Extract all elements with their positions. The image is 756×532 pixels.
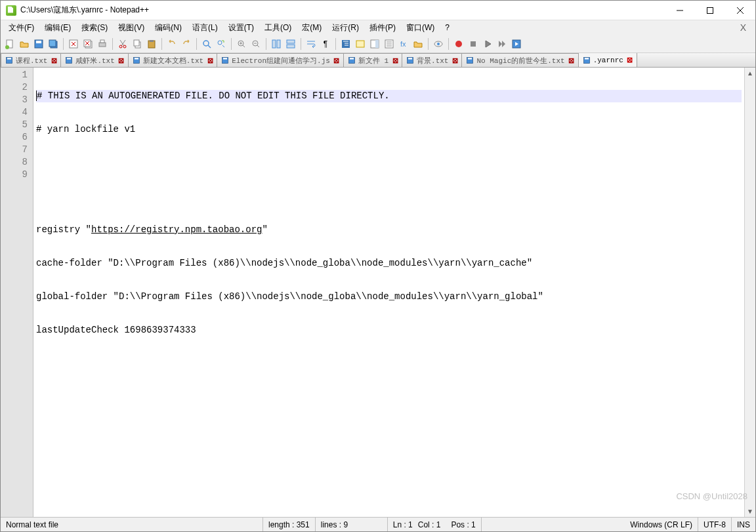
play-macro-button[interactable]	[481, 37, 494, 51]
menu-language[interactable]: 语言(L)	[187, 21, 223, 35]
tab-close-icon[interactable]: ⊠	[626, 56, 634, 64]
status-encoding[interactable]: UTF-8	[698, 518, 732, 531]
status-ins[interactable]: INS	[732, 518, 755, 531]
monitor-button[interactable]	[432, 37, 445, 51]
svg-rect-61	[67, 58, 71, 59]
minimize-button[interactable]	[665, 1, 695, 20]
code-line: # yarn lockfile v1	[36, 124, 135, 134]
file-icon	[133, 56, 140, 64]
code-line: global-folder "D:\\Program Files (x86)\\…	[36, 291, 543, 302]
menu-plugins[interactable]: 插件(P)	[364, 21, 401, 35]
function-list-button[interactable]: fx	[397, 37, 410, 51]
save-button[interactable]	[32, 37, 45, 51]
tab-close-icon[interactable]: ⊠	[568, 56, 576, 64]
titlebar: C:\Users\寇旭东\.yarnrc - Notepad++	[1, 1, 755, 20]
svg-point-54	[437, 43, 440, 45]
svg-rect-65	[223, 58, 227, 59]
svg-text:fx: fx	[400, 40, 406, 48]
new-file-button[interactable]	[3, 37, 16, 51]
file-icon	[348, 56, 356, 64]
menu-settings[interactable]: 设置(T)	[223, 21, 259, 35]
play-multi-button[interactable]	[495, 37, 509, 51]
tab-5[interactable]: 背景.txt⊠	[402, 53, 462, 67]
save-all-button[interactable]	[47, 37, 60, 51]
find-button[interactable]	[200, 37, 213, 51]
user-lang-button[interactable]	[354, 37, 367, 51]
indent-guide-button[interactable]	[339, 37, 352, 51]
svg-rect-47	[375, 40, 379, 48]
open-file-button[interactable]	[18, 37, 31, 51]
close-all-button[interactable]	[81, 37, 94, 51]
tab-0[interactable]: 课程.txt⊠	[1, 53, 61, 67]
status-eol[interactable]: Windows (CR LF)	[625, 518, 698, 531]
tab-close-icon[interactable]: ⊠	[50, 56, 58, 64]
svg-line-36	[257, 45, 259, 47]
menu-edit[interactable]: 编辑(E)	[39, 21, 76, 35]
menu-encoding[interactable]: 编码(N)	[150, 21, 187, 35]
close-button[interactable]	[725, 1, 755, 20]
menu-help[interactable]: ?	[440, 22, 455, 33]
menu-run[interactable]: 运行(R)	[327, 21, 364, 35]
svg-rect-40	[287, 45, 295, 48]
tab-4[interactable]: 新文件 1⊠	[343, 53, 402, 67]
scroll-down-icon[interactable]: ▼	[745, 506, 755, 517]
status-ln: Ln : 1	[388, 518, 418, 531]
paste-button[interactable]	[145, 37, 158, 51]
tab-label: 课程.txt	[16, 56, 47, 66]
tab-6[interactable]: No Magic的前世今生.txt⊠	[461, 53, 578, 67]
save-macro-button[interactable]	[510, 37, 523, 51]
doc-map-button[interactable]	[368, 37, 381, 51]
app-icon	[6, 5, 16, 16]
svg-rect-9	[49, 40, 56, 47]
menu-file[interactable]: 文件(F)	[3, 21, 39, 35]
scroll-up-icon[interactable]: ▲	[745, 68, 755, 79]
sync-h-button[interactable]	[284, 37, 297, 51]
replace-button[interactable]	[215, 37, 228, 51]
menu-window[interactable]: 窗口(W)	[401, 21, 440, 35]
tab-close-icon[interactable]: ⊠	[391, 56, 399, 64]
record-macro-button[interactable]	[452, 37, 465, 51]
file-icon	[583, 56, 591, 64]
copy-button[interactable]	[131, 37, 144, 51]
menu-macro[interactable]: 宏(M)	[297, 21, 327, 35]
tab-close-icon[interactable]: ⊠	[451, 56, 459, 64]
cut-button[interactable]	[116, 37, 129, 51]
svg-point-29	[218, 41, 222, 45]
tab-7[interactable]: .yarnrc⊠	[578, 53, 637, 67]
tab-1[interactable]: 咸虾米.txt⊠	[60, 53, 128, 67]
svg-rect-39	[287, 40, 295, 43]
tab-close-icon[interactable]: ⊠	[333, 56, 341, 64]
stop-macro-button[interactable]	[467, 37, 480, 51]
menubar-close-icon[interactable]: X	[734, 22, 753, 33]
doc-list-button[interactable]	[383, 37, 396, 51]
line-number: 2	[1, 81, 28, 94]
tab-close-icon[interactable]: ⊠	[117, 56, 125, 64]
undo-button[interactable]	[165, 37, 178, 51]
code-editor[interactable]: # THIS IS AN AUTOGENERATED FILE. DO NOT …	[33, 68, 744, 517]
folder-view-button[interactable]	[411, 37, 425, 51]
registry-url-link[interactable]: https://registry.npm.taobao.org	[91, 224, 262, 235]
line-number: 7	[1, 144, 28, 156]
redo-button[interactable]	[180, 37, 193, 51]
svg-rect-71	[468, 58, 472, 59]
vertical-scrollbar[interactable]: ▲ ▼	[744, 68, 755, 517]
tab-2[interactable]: 新建文本文档.txt⊠	[128, 53, 217, 67]
maximize-button[interactable]	[695, 1, 725, 20]
menu-tools[interactable]: 工具(O)	[259, 21, 297, 35]
tab-label: .yarnrc	[593, 56, 623, 64]
zoom-out-button[interactable]	[249, 37, 262, 51]
svg-rect-24	[134, 40, 139, 46]
show-all-chars-button[interactable]: ¶	[319, 37, 332, 51]
zoom-in-button[interactable]	[235, 37, 248, 51]
tab-close-icon[interactable]: ⊠	[206, 56, 214, 64]
toolbar-separator	[63, 38, 64, 50]
wordwrap-button[interactable]	[304, 37, 318, 51]
menu-search[interactable]: 搜索(S)	[76, 21, 113, 35]
svg-point-27	[203, 41, 209, 46]
sync-v-button[interactable]	[270, 37, 283, 51]
print-button[interactable]	[96, 37, 109, 51]
file-icon	[466, 56, 474, 64]
tab-3[interactable]: Electron组建间通信学习.js⊠	[217, 53, 344, 67]
menu-view[interactable]: 视图(V)	[113, 21, 150, 35]
close-file-button[interactable]	[67, 37, 80, 51]
